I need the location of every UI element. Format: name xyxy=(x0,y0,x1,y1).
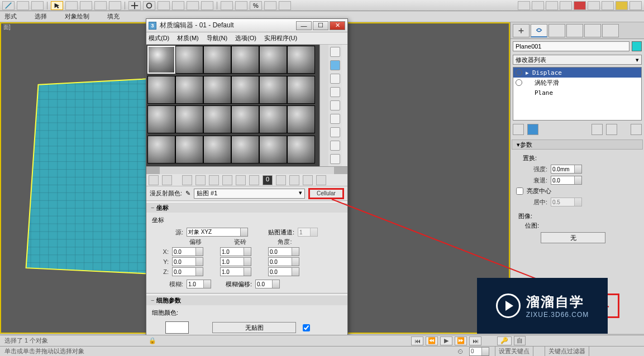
material-slot[interactable] xyxy=(203,136,231,163)
material-slot[interactable] xyxy=(147,136,175,163)
backlight-icon[interactable] xyxy=(330,60,340,70)
material-slot[interactable] xyxy=(287,46,315,74)
decay-spinner[interactable]: 0.0 xyxy=(551,176,582,185)
eye-icon[interactable] xyxy=(516,79,522,86)
modifier-row-plane[interactable]: Plane xyxy=(513,88,641,98)
material-slot[interactable] xyxy=(147,105,175,133)
horizontal-scrollbar[interactable] xyxy=(146,166,347,174)
material-id-icon[interactable]: 0 xyxy=(263,175,273,185)
menu-item[interactable]: 对象绘制 xyxy=(65,12,89,21)
material-slot[interactable] xyxy=(259,136,287,163)
material-type-button[interactable]: Cellular xyxy=(308,188,344,199)
lum-center-checkbox[interactable] xyxy=(516,187,523,195)
coordinates-rollout-header[interactable]: − 坐标 xyxy=(146,203,347,213)
next-frame-icon[interactable]: ⏩ xyxy=(455,336,467,345)
material-slot[interactable] xyxy=(231,46,259,74)
offset-x-spinner[interactable]: 0.0 xyxy=(172,247,203,256)
tool-icon[interactable] xyxy=(2,1,15,10)
material-slot[interactable] xyxy=(175,105,203,133)
utilities-tab-icon[interactable] xyxy=(602,24,619,37)
put-to-scene-icon[interactable] xyxy=(162,175,172,185)
sample-type-icon[interactable] xyxy=(330,47,340,57)
get-material-icon[interactable] xyxy=(149,175,159,185)
tile-z-spinner[interactable]: 1.0 xyxy=(220,267,251,276)
select-by-material-icon[interactable] xyxy=(330,141,340,151)
material-slot[interactable] xyxy=(231,136,259,163)
material-slot[interactable] xyxy=(203,76,231,104)
expand-icon[interactable]: ▸ xyxy=(526,69,529,76)
material-slot[interactable] xyxy=(287,105,315,133)
tool-icon[interactable] xyxy=(201,1,213,10)
eye-icon[interactable] xyxy=(516,69,522,76)
tool-icon[interactable] xyxy=(109,1,121,10)
minimize-button[interactable]: — xyxy=(296,21,312,30)
modifier-row-displace[interactable]: ▸ Displace xyxy=(513,68,641,78)
bitmap-none-button[interactable]: 无 xyxy=(541,232,605,243)
modifier-stack[interactable]: ▸ Displace 涡轮平滑 Plane xyxy=(513,67,642,121)
source-combo[interactable]: 对象 XYZ xyxy=(187,228,248,237)
render-icon[interactable] xyxy=(616,1,628,10)
pin-stack-icon[interactable] xyxy=(513,124,524,135)
cell-map-enable-checkbox[interactable] xyxy=(303,324,310,331)
show-end-result-icon[interactable] xyxy=(527,124,538,135)
material-slot[interactable] xyxy=(287,76,315,104)
delete-icon[interactable] xyxy=(209,175,219,185)
tool-icon[interactable] xyxy=(518,1,530,10)
cell-map-button[interactable]: 无贴图 xyxy=(212,322,296,333)
blur-offset-spinner[interactable]: 0.0 xyxy=(255,280,280,288)
play-icon[interactable]: ▶ xyxy=(440,336,452,345)
tool-icon[interactable] xyxy=(629,1,642,10)
scale-icon[interactable] xyxy=(158,1,170,10)
goto-start-icon[interactable]: ⏮ xyxy=(411,336,423,345)
sample-uv-icon[interactable] xyxy=(330,87,340,97)
material-slot[interactable] xyxy=(175,76,203,104)
make-unique-icon[interactable] xyxy=(591,124,603,135)
material-slot[interactable] xyxy=(203,46,231,74)
offset-y-spinner[interactable]: 0.0 xyxy=(172,257,203,266)
goto-end-icon[interactable]: ⏭ xyxy=(469,336,481,345)
go-to-parent-icon[interactable] xyxy=(303,175,313,185)
auto-key-button[interactable]: 自 xyxy=(514,336,526,345)
tile-x-spinner[interactable]: 1.0 xyxy=(220,247,251,256)
material-slot[interactable] xyxy=(203,105,231,133)
show-end-result-icon[interactable] xyxy=(289,175,299,185)
create-tab-icon[interactable] xyxy=(513,24,529,37)
tool-icon[interactable] xyxy=(172,1,184,10)
params-rollout-header[interactable]: ▾ 参数 xyxy=(512,139,643,150)
motion-tab-icon[interactable] xyxy=(566,24,583,37)
move-icon[interactable] xyxy=(128,1,141,10)
tool-icon[interactable] xyxy=(264,1,276,10)
percent-icon[interactable]: % xyxy=(250,1,262,10)
menu-mode[interactable]: 模式(D) xyxy=(149,34,169,42)
select-icon[interactable] xyxy=(51,1,63,10)
modifier-list-combo[interactable]: 修改器列表 ▾ xyxy=(513,55,642,65)
angle-y-spinner[interactable]: 0.0 xyxy=(268,257,299,266)
make-unique-icon[interactable] xyxy=(236,175,246,185)
key-filter-button[interactable]: 关键点过滤器 xyxy=(545,346,589,356)
material-map-nav-icon[interactable] xyxy=(330,154,340,164)
maximize-button[interactable]: ☐ xyxy=(313,21,328,30)
modifier-row-turbosmooth[interactable]: 涡轮平滑 xyxy=(513,78,641,88)
show-in-viewport-icon[interactable] xyxy=(276,175,286,185)
modify-tab-icon[interactable] xyxy=(531,24,547,37)
key-mode-icon[interactable]: 🔑 xyxy=(497,336,512,345)
material-slot[interactable] xyxy=(175,136,203,163)
angle-z-spinner[interactable]: 0.0 xyxy=(268,267,299,276)
center-spinner[interactable]: 0.5 xyxy=(551,198,582,206)
scrollbar-thumb[interactable] xyxy=(334,167,347,174)
tool-icon[interactable] xyxy=(80,1,92,10)
material-slot[interactable] xyxy=(147,46,175,74)
close-button[interactable]: ✕ xyxy=(330,21,345,30)
material-editor-icon[interactable] xyxy=(574,1,586,10)
assign-to-selection-icon[interactable] xyxy=(182,175,192,185)
cell-color-swatch[interactable] xyxy=(165,321,189,334)
video-check-icon[interactable] xyxy=(330,100,340,110)
tool-icon[interactable] xyxy=(546,1,558,10)
go-forward-icon[interactable] xyxy=(316,175,326,185)
display-tab-icon[interactable] xyxy=(584,24,601,37)
tile-y-spinner[interactable]: 1.0 xyxy=(220,257,251,266)
map-channel-spinner[interactable]: 1 xyxy=(298,228,318,237)
tool-icon[interactable] xyxy=(31,1,44,10)
scrollbar-thumb[interactable] xyxy=(146,167,160,174)
menu-material[interactable]: 材质(M) xyxy=(177,34,199,42)
